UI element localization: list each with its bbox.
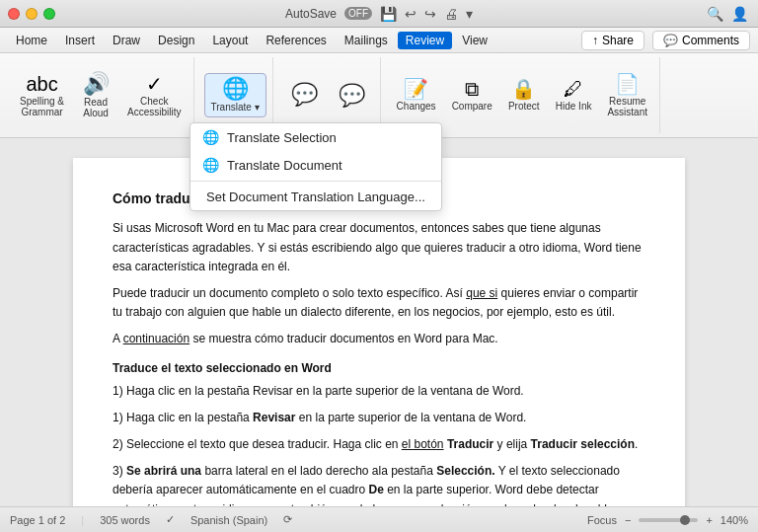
changes-button[interactable]: 📝 Changes: [391, 75, 442, 115]
spelling-label: Spelling &Grammar: [20, 96, 64, 117]
orientation-icon: ⟳: [283, 513, 292, 526]
accessibility-label: CheckAccessibility: [127, 96, 181, 117]
save-icon[interactable]: 💾: [380, 6, 397, 22]
check-accessibility-button[interactable]: ✓ CheckAccessibility: [121, 70, 187, 121]
close-button[interactable]: [8, 8, 20, 20]
menu-view[interactable]: View: [454, 32, 495, 49]
hide-ink-label: Hide Ink: [556, 101, 592, 112]
translate-icon: 🌐: [222, 78, 249, 100]
menubar: Home Insert Draw Design Layout Reference…: [0, 28, 758, 53]
hide-ink-icon: 🖊: [564, 79, 583, 99]
changes-label: Changes: [397, 101, 436, 112]
titlebar-right: 🔍 👤: [707, 6, 748, 22]
menu-references[interactable]: References: [258, 32, 334, 49]
comments-button[interactable]: 💬 Comments: [652, 31, 750, 50]
hide-ink-button[interactable]: 🖊 Hide Ink: [550, 75, 598, 115]
comment-icon: 💬: [663, 34, 678, 47]
resume-assistant-label: ResumeAssistant: [607, 96, 647, 117]
doc-para-1: Si usas Microsoft Word en tu Mac para cr…: [113, 219, 645, 276]
language-info: Spanish (Spain): [190, 514, 267, 526]
protect-icon: 🔒: [511, 79, 536, 99]
share-icon: ↑: [592, 34, 598, 47]
menu-design[interactable]: Design: [150, 32, 202, 49]
doc-heading-1: Traduce el texto seleccionado en Word: [113, 359, 645, 378]
ribbon: abc Spelling &Grammar 🔊 ReadAloud ✓ Chec…: [0, 53, 758, 138]
titlebar-center: AutoSave OFF 💾 ↩ ↪ 🖨 ▾: [285, 6, 473, 22]
resume-assistant-button[interactable]: 📄 ResumeAssistant: [601, 70, 653, 121]
ribbon-group-proofing: abc Spelling &Grammar 🔊 ReadAloud ✓ Chec…: [8, 57, 194, 133]
focus-label[interactable]: Focus: [587, 514, 617, 526]
menu-mailings[interactable]: Mailings: [337, 32, 396, 49]
read-aloud-button[interactable]: 🔊 ReadAloud: [74, 69, 117, 122]
autosave-toggle[interactable]: OFF: [344, 7, 372, 20]
read-aloud-icon: 🔊: [83, 73, 110, 95]
protect-button[interactable]: 🔒 Protect: [502, 75, 546, 115]
doc-para-step1: 1) Haga clic en la pestaña Revisar en la…: [113, 409, 645, 427]
spelling-grammar-button[interactable]: abc Spelling &Grammar: [14, 70, 70, 121]
autosave-label: AutoSave: [285, 7, 337, 21]
compare-label: Compare: [452, 101, 493, 112]
zoom-level: 140%: [720, 514, 748, 526]
more-icon[interactable]: ▾: [466, 6, 473, 22]
new-comment-button[interactable]: 💬: [283, 80, 327, 112]
protect-label: Protect: [508, 101, 540, 112]
zoom-slider[interactable]: [639, 518, 698, 522]
undo-icon[interactable]: ↩: [405, 6, 417, 22]
window-controls[interactable]: [8, 8, 55, 20]
maximize-button[interactable]: [43, 8, 55, 20]
account-icon[interactable]: 👤: [731, 6, 748, 22]
statusbar: Page 1 of 2 | 305 words ✓ Spanish (Spain…: [0, 506, 758, 532]
translate-document-icon: 🌐: [202, 157, 219, 173]
titlebar: AutoSave OFF 💾 ↩ ↪ 🖨 ▾ 🔍 👤: [0, 0, 758, 28]
menu-draw[interactable]: Draw: [105, 32, 148, 49]
menu-home[interactable]: Home: [8, 32, 55, 49]
doc-para-2: Puede traducir un documento completo o s…: [113, 284, 645, 322]
redo-icon[interactable]: ↪: [424, 6, 436, 22]
comment2-icon: 💬: [339, 85, 365, 107]
doc-para-step3: 3) Se abrirá una barra lateral en el lad…: [113, 462, 645, 506]
share-button[interactable]: ↑ Share: [581, 31, 644, 50]
accessibility-icon: ✓: [146, 74, 163, 94]
spelling-icon: abc: [26, 74, 57, 94]
doc-para-4: 1) Haga clic en la pestaña Revisar en la…: [113, 382, 645, 401]
translate-dropdown: 🌐 Translate Selection 🌐 Translate Docume…: [190, 122, 442, 211]
minimize-button[interactable]: [26, 8, 38, 20]
spelling-status-icon: ✓: [166, 513, 175, 526]
translate-selection-icon: 🌐: [202, 129, 219, 145]
read-aloud-label: ReadAloud: [83, 97, 109, 118]
comment2-button[interactable]: 💬: [331, 81, 374, 111]
menubar-right: ↑ Share 💬 Comments: [581, 31, 750, 50]
menu-review[interactable]: Review: [398, 32, 452, 49]
statusbar-right: Focus − + 140%: [587, 514, 748, 526]
compare-button[interactable]: ⧉ Compare: [446, 75, 498, 115]
page-info: Page 1 of 2: [10, 514, 65, 526]
word-count: 305 words: [100, 514, 150, 526]
translate-selection-item[interactable]: 🌐 Translate Selection: [190, 123, 441, 151]
doc-para-3: A continuación se muestra cómo traducir …: [113, 330, 645, 348]
dropdown-divider: [190, 181, 441, 182]
comment-icon: 💬: [291, 84, 318, 106]
zoom-in-icon[interactable]: +: [706, 514, 712, 526]
doc-para-step2: 2) Seleccione el texto que desea traduci…: [113, 435, 645, 454]
print-icon[interactable]: 🖨: [444, 6, 458, 22]
search-icon[interactable]: 🔍: [707, 6, 723, 22]
zoom-thumb[interactable]: [680, 515, 690, 525]
translate-button[interactable]: 🌐 Translate ▾: [204, 73, 266, 117]
translate-document-item[interactable]: 🌐 Translate Document: [190, 151, 441, 179]
resume-assistant-icon: 📄: [615, 74, 640, 94]
zoom-out-icon[interactable]: −: [625, 514, 631, 526]
set-language-item[interactable]: Set Document Translation Language...: [190, 184, 441, 210]
translate-label: Translate ▾: [211, 102, 260, 113]
compare-icon: ⧉: [465, 79, 479, 99]
menu-insert[interactable]: Insert: [57, 32, 103, 49]
changes-icon: 📝: [404, 79, 428, 99]
menu-layout[interactable]: Layout: [204, 32, 256, 49]
